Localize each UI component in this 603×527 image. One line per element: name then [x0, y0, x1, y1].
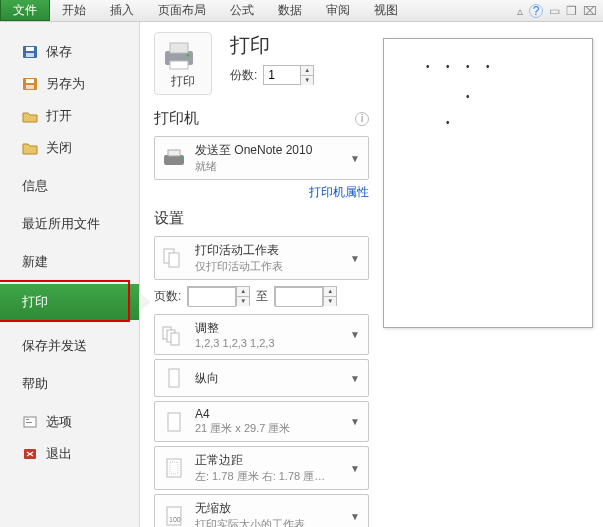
spin-up-icon[interactable]: ▲: [237, 287, 249, 297]
sidebar-item-options[interactable]: 选项: [0, 406, 139, 438]
exit-icon: [22, 447, 38, 461]
window-minimize-icon[interactable]: ▭: [549, 4, 560, 18]
tab-view[interactable]: 视图: [362, 0, 410, 21]
chevron-down-icon: ▼: [348, 373, 362, 384]
window-close-icon[interactable]: ⌧: [583, 4, 597, 18]
sidebar-item-save-send[interactable]: 保存并发送: [0, 330, 139, 362]
sidebar-item-recent[interactable]: 最近所用文件: [0, 208, 139, 240]
printer-icon: [159, 39, 199, 71]
svg-point-13: [187, 54, 190, 57]
chevron-down-icon: ▼: [348, 416, 362, 427]
spin-down-icon[interactable]: ▼: [301, 76, 313, 85]
backstage-sidebar: 保存 另存为 打开 关闭 信息 最近所用文件 新建 打印 保存并发送 帮助 选项: [0, 22, 140, 527]
sidebar-item-close[interactable]: 关闭: [0, 132, 139, 164]
tab-formulas[interactable]: 公式: [218, 0, 266, 21]
info-icon[interactable]: i: [355, 112, 369, 126]
scaling-title: 无缩放: [195, 500, 340, 517]
margins-icon: [161, 455, 187, 481]
svg-rect-18: [169, 253, 179, 267]
page-range: 页数: ▲▼ 至 ▲▼: [154, 286, 369, 306]
margins-sub: 左: 1.78 厘米 右: 1.78 厘…: [195, 469, 340, 484]
paper-title: A4: [195, 407, 340, 421]
spin-down-icon[interactable]: ▼: [324, 297, 336, 306]
sidebar-item-help[interactable]: 帮助: [0, 368, 139, 400]
svg-point-16: [180, 158, 182, 160]
sidebar-item-save-as[interactable]: 另存为: [0, 68, 139, 100]
orientation-select[interactable]: 纵向 ▼: [154, 359, 369, 397]
collate-title: 调整: [195, 320, 340, 337]
sidebar-label: 打开: [46, 107, 72, 125]
pages-to-label: 至: [256, 288, 268, 305]
orientation-title: 纵向: [195, 370, 340, 387]
save-as-icon: [22, 77, 38, 91]
copies-input[interactable]: [264, 66, 300, 84]
help-icon[interactable]: ?: [529, 4, 543, 18]
scaling-sub: 打印实际大小的工作表: [195, 517, 340, 527]
svg-rect-15: [168, 150, 180, 156]
sidebar-label: 信息: [22, 177, 48, 195]
sidebar-label: 打印: [22, 294, 48, 309]
chevron-down-icon: ▼: [348, 253, 362, 264]
sidebar-label: 帮助: [22, 375, 48, 393]
svg-rect-5: [26, 85, 34, 89]
spin-down-icon[interactable]: ▼: [237, 297, 249, 306]
tab-data[interactable]: 数据: [266, 0, 314, 21]
svg-text:100: 100: [169, 516, 181, 523]
sidebar-label: 最近所用文件: [22, 215, 100, 233]
scaling-icon: 100: [161, 503, 187, 527]
tab-review[interactable]: 审阅: [314, 0, 362, 21]
margins-title: 正常边距: [195, 452, 340, 469]
sidebar-label: 保存: [46, 43, 72, 61]
printer-heading: 打印机: [154, 109, 199, 128]
tab-home[interactable]: 开始: [50, 0, 98, 21]
sidebar-label: 关闭: [46, 139, 72, 157]
spin-up-icon[interactable]: ▲: [301, 66, 313, 76]
ribbon-tabs: 文件 开始 插入 页面布局 公式 数据 审阅 视图 ▵ ? ▭ ❐ ⌧: [0, 0, 603, 22]
spin-up-icon[interactable]: ▲: [324, 287, 336, 297]
sidebar-item-save[interactable]: 保存: [0, 36, 139, 68]
page-to-input[interactable]: [275, 287, 323, 307]
paper-size-select[interactable]: A4 21 厘米 x 29.7 厘米 ▼: [154, 401, 369, 442]
collate-sub: 1,2,3 1,2,3 1,2,3: [195, 337, 340, 349]
print-button[interactable]: 打印: [154, 32, 212, 95]
scaling-select[interactable]: 100 无缩放 打印实际大小的工作表 ▼: [154, 494, 369, 527]
copies-label: 份数:: [230, 67, 257, 84]
page-from-spinner[interactable]: ▲▼: [187, 286, 250, 306]
ribbon-minimize-icon[interactable]: ▵: [517, 4, 523, 18]
tab-insert[interactable]: 插入: [98, 0, 146, 21]
sidebar-item-info[interactable]: 信息: [0, 170, 139, 202]
printer-select[interactable]: 发送至 OneNote 2010 就绪 ▼: [154, 136, 369, 180]
svg-rect-8: [26, 422, 32, 423]
printer-properties-link[interactable]: 打印机属性: [309, 185, 369, 199]
pages-label: 页数:: [154, 288, 181, 305]
print-what-select[interactable]: 打印活动工作表 仅打印活动工作表 ▼: [154, 236, 369, 280]
tab-page-layout[interactable]: 页面布局: [146, 0, 218, 21]
print-what-title: 打印活动工作表: [195, 242, 340, 259]
sidebar-item-new[interactable]: 新建: [0, 246, 139, 278]
print-what-sub: 仅打印活动工作表: [195, 259, 340, 274]
copies-spinner[interactable]: ▲▼: [263, 65, 314, 85]
chevron-down-icon: ▼: [348, 463, 362, 474]
svg-rect-4: [26, 79, 34, 83]
save-icon: [22, 45, 38, 59]
selected-arrow-icon: [139, 292, 151, 312]
svg-rect-7: [26, 419, 29, 420]
file-tab[interactable]: 文件: [0, 0, 50, 21]
svg-rect-22: [169, 369, 179, 387]
collate-select[interactable]: 调整 1,2,3 1,2,3 1,2,3 ▼: [154, 314, 369, 355]
svg-rect-23: [168, 413, 180, 431]
page-from-input[interactable]: [188, 287, 236, 307]
window-restore-icon[interactable]: ❐: [566, 4, 577, 18]
sidebar-label: 保存并发送: [22, 337, 87, 355]
sidebar-item-print[interactable]: 打印: [0, 284, 139, 320]
margins-select[interactable]: 正常边距 左: 1.78 厘米 右: 1.78 厘… ▼: [154, 446, 369, 490]
preview-page: • • • • • •: [383, 38, 593, 328]
page-to-spinner[interactable]: ▲▼: [274, 286, 337, 306]
printer-device-icon: [161, 145, 187, 171]
sidebar-item-exit[interactable]: 退出: [0, 438, 139, 470]
paper-sub: 21 厘米 x 29.7 厘米: [195, 421, 340, 436]
printer-status: 就绪: [195, 159, 340, 174]
ribbon-controls: ▵ ? ▭ ❐ ⌧: [517, 0, 597, 21]
printer-name: 发送至 OneNote 2010: [195, 142, 340, 159]
sidebar-item-open[interactable]: 打开: [0, 100, 139, 132]
